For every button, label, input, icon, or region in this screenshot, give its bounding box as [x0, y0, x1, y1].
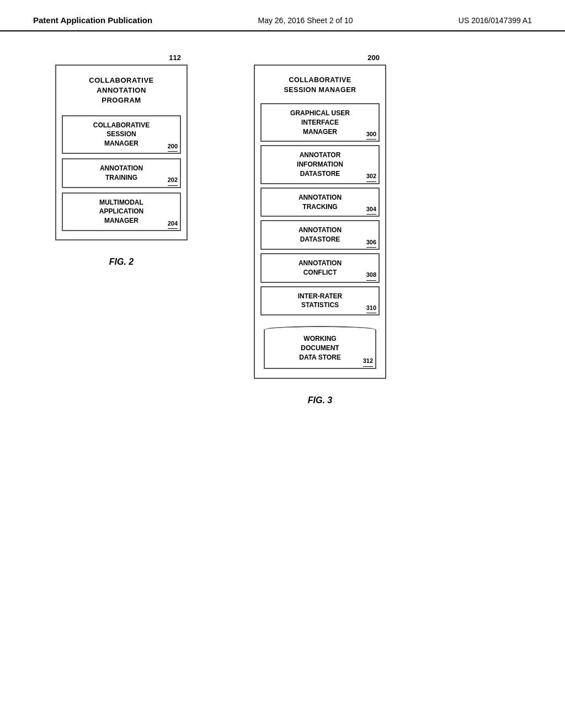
- fig3-box-302: ANNOTATORINFORMATIONDATASTORE 302: [260, 145, 380, 184]
- fig3-cylinder-312: WORKINGDOCUMENTDATA STORE 312: [264, 322, 376, 368]
- fig2-box-204: MULTIMODALAPPLICATIONMANAGER 204: [62, 192, 181, 231]
- fig3-box-308: ANNOTATIONCONFLICT 308: [260, 253, 380, 283]
- fig3-outer-box: 200 COLLABORATIVESESSION MANAGER GRAPHIC…: [254, 65, 386, 379]
- fig2-box-200: COLLABORATIVESESSIONMANAGER 200: [62, 115, 181, 154]
- fig2-label: FIG. 2: [109, 257, 134, 267]
- publication-label: Patent Application Publication: [33, 15, 152, 25]
- patent-number: US 2016/0147399 A1: [459, 16, 532, 25]
- fig3-box-306-ref: 306: [366, 238, 376, 248]
- cylinder-ref: 312: [363, 357, 373, 366]
- fig2-title: COLLABORATIVEANNOTATIONPROGRAM: [62, 71, 181, 113]
- fig3-label: FIG. 3: [308, 395, 332, 405]
- main-content: 112 COLLABORATIVEANNOTATIONPROGRAM COLLA…: [0, 31, 565, 427]
- fig3-box-310-ref: 310: [366, 304, 376, 313]
- fig2-ref-label: 112: [169, 53, 181, 62]
- fig2-box-204-ref: 204: [168, 220, 178, 229]
- fig2-box-202: ANNOTATIONTRAINING 202: [62, 158, 181, 188]
- page-header: Patent Application Publication May 26, 2…: [0, 0, 565, 31]
- fig3-box-302-ref: 302: [366, 172, 376, 181]
- fig2-box-200-ref: 200: [168, 142, 178, 152]
- fig3-box-308-ref: 308: [366, 271, 376, 280]
- fig3-box-300-ref: 300: [366, 130, 376, 140]
- fig3-box-310: INTER-RATERSTATISTICS 310: [260, 286, 380, 316]
- cylinder-body: WORKINGDOCUMENTDATA STORE 312: [264, 330, 376, 368]
- fig2-outer-box: 112 COLLABORATIVEANNOTATIONPROGRAM COLLA…: [55, 65, 188, 240]
- fig3-box-300: GRAPHICAL USERINTERFACEMANAGER 300: [260, 103, 380, 142]
- fig3-box-306: ANNOTATIONDATASTORE 306: [260, 220, 380, 250]
- fig2-section: 112 COLLABORATIVEANNOTATIONPROGRAM COLLA…: [44, 65, 199, 267]
- fig3-section: 200 COLLABORATIVESESSION MANAGER GRAPHIC…: [243, 65, 397, 405]
- fig3-box-304-ref: 304: [366, 205, 376, 215]
- fig3-ref-label: 200: [367, 53, 380, 62]
- publication-date: May 26, 2016 Sheet 2 of 10: [258, 16, 353, 25]
- fig3-title: COLLABORATIVESESSION MANAGER: [260, 71, 380, 100]
- fig2-box-202-ref: 202: [168, 176, 178, 185]
- fig3-box-304: ANNOTATIONTRACKING 304: [260, 188, 380, 217]
